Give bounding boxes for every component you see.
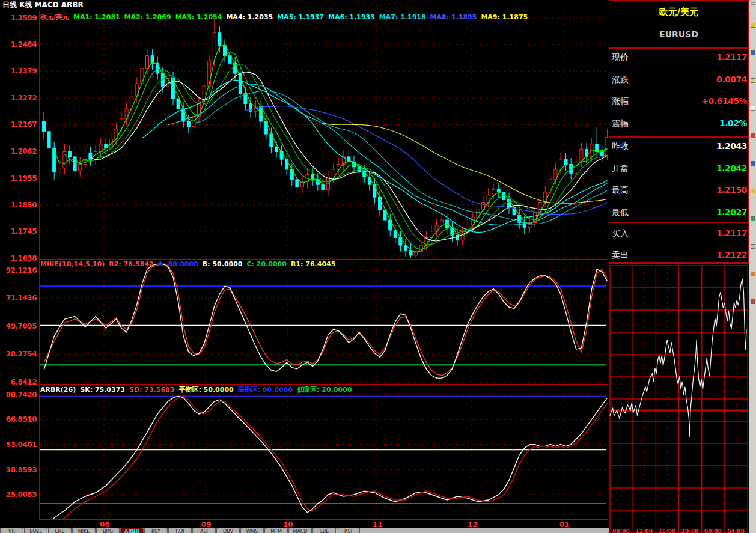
axis-tick: 92.1216	[0, 266, 37, 275]
axis-tick: 1.1638	[0, 254, 37, 263]
axis-tick: 1.2484	[0, 40, 37, 49]
indicator-tab-wms[interactable]: WMS	[240, 528, 264, 533]
toolbar-grip[interactable]	[751, 4, 755, 5]
legend-item: R1: 76.4045	[291, 260, 335, 268]
quote-value: 1.02%	[719, 118, 747, 128]
quote-symbol: EURUSD	[609, 29, 748, 39]
quote-label: 卖出	[612, 250, 629, 261]
candle-legend: 欧元/美元MA1: 1.2081MA2: 1.2069MA3: 1.2054MA…	[40, 13, 532, 22]
time-label: 08:00	[612, 528, 630, 533]
indicator-tab-asi[interactable]: ASI	[192, 528, 216, 533]
indicator-tab-vr[interactable]: VR	[0, 528, 23, 533]
side-toolbar-icon[interactable]	[751, 189, 755, 193]
indicator-tab-mike[interactable]: MIKE	[72, 528, 96, 533]
indicator-tab-sbe[interactable]: SBE	[312, 528, 336, 533]
legend-item: SK: 75.0373	[80, 386, 125, 394]
side-toolbar	[749, 0, 756, 533]
axis-tick: 1.1745	[0, 227, 37, 236]
legend-item: ARBR(26)	[40, 386, 76, 394]
axis-tick: 1.2589	[0, 14, 37, 22]
quote-value: 1.2042	[716, 163, 747, 173]
indicator-tab-rsi[interactable]: RSI	[337, 528, 360, 533]
quote-label: 昨收	[612, 141, 629, 152]
side-toolbar-icon[interactable]	[751, 272, 755, 276]
legend-item: MA8: 1.1895	[430, 13, 477, 21]
legend-item: MIKE(10,14,5,10)	[40, 260, 105, 268]
legend-item: MA1: 1.2081	[73, 13, 120, 21]
axis-tick: 71.1436	[0, 294, 37, 302]
mike-legend: MIKE(10,14,5,10)R2: 76.5842A: 80.0000B: …	[40, 260, 340, 268]
legend-item: 高抛区: 80.0000	[238, 386, 293, 394]
toolbar-grip[interactable]	[751, 2, 755, 3]
side-toolbar-icon[interactable]	[751, 78, 755, 83]
legend-item: C: 20.0000	[247, 260, 287, 268]
axis-tick: 53.0401	[0, 440, 37, 449]
quote-row: 涨跌0.0074	[609, 75, 748, 87]
legend-item: 低吸区: 20.0000	[297, 386, 352, 394]
quote-value: 1.2150	[716, 185, 747, 195]
side-toolbar-icon[interactable]	[751, 50, 755, 55]
indicator-tab-macd[interactable]: MACD	[288, 528, 312, 533]
indicator-tab-boll[interactable]: BOLL	[24, 528, 47, 533]
quote-row: 震幅1.02%	[609, 118, 748, 130]
indicator-tab-ene[interactable]: ENE	[48, 528, 72, 533]
indicator-tab-psy[interactable]: PSY	[144, 528, 168, 533]
legend-item: R2: 76.5842	[109, 260, 153, 268]
side-toolbar-icon[interactable]	[751, 23, 755, 28]
quote-label: 开盘	[612, 163, 629, 174]
quote-value: +0.6145%	[701, 96, 747, 106]
quote-value: 1.2117	[716, 228, 747, 238]
legend-item: MA9: 1.1875	[481, 13, 528, 21]
legend-item: B: 50.0000	[203, 260, 243, 268]
side-toolbar-icon[interactable]	[751, 244, 755, 249]
quote-label: 涨跌	[612, 75, 629, 85]
axis-tick: 66.8910	[0, 415, 37, 424]
quote-label: 现价	[612, 52, 629, 63]
axis-tick: 1.1955	[0, 174, 37, 183]
side-toolbar-icon[interactable]	[751, 161, 755, 166]
quote-row: 最高1.2150	[609, 185, 748, 197]
legend-item: 欧元/美元	[40, 13, 69, 21]
axis-tick: 1.2272	[0, 94, 37, 102]
indicator-tab-arbr[interactable]: ARBR	[120, 528, 144, 533]
axis-tick: 25.0083	[0, 490, 37, 499]
axis-tick: 38.8593	[0, 466, 37, 474]
axis-tick: 28.2754	[0, 350, 37, 358]
quote-value: 1.2117	[716, 52, 747, 62]
side-toolbar-icon[interactable]	[751, 106, 755, 111]
quote-value: 1.2043	[716, 141, 747, 151]
time-label: 04:00	[727, 528, 745, 533]
quote-value: 0.0074	[716, 75, 747, 84]
quote-row: 开盘1.2042	[609, 163, 748, 175]
legend-item: MA4: 1.2035	[226, 13, 273, 21]
quote-row: 卖出1.2122	[609, 250, 748, 262]
quote-label: 买入	[612, 228, 629, 239]
time-label: 00:00	[704, 528, 722, 533]
quote-value: 1.2027	[716, 207, 747, 217]
quote-value: 1.2122	[716, 250, 747, 260]
indicator-tab-roi[interactable]: ROI	[168, 528, 192, 533]
indicator-tab-obv[interactable]: OBV	[216, 528, 240, 533]
axis-tick: 1.2062	[0, 147, 37, 156]
axis-tick: 49.7095	[0, 322, 37, 330]
quote-row: 买入1.2117	[609, 228, 748, 240]
side-toolbar-icon[interactable]	[751, 133, 755, 138]
quote-row: 涨幅+0.6145%	[609, 96, 748, 108]
side-toolbar-icon[interactable]	[751, 216, 755, 221]
time-label: 16:00	[658, 528, 675, 533]
indicator-tab-mtm[interactable]: MTM	[264, 528, 288, 533]
axis-tick: 6.8412	[0, 378, 37, 386]
trading-app-window: 日线 K线 MACD ARBR 1.25891.24841.23791.2272…	[0, 0, 756, 533]
indicator-tab-bar: VRBOLLENEMIKEBRGARBRPSYROIASIOBVWMSMTMMA…	[0, 528, 609, 533]
side-toolbar-icon[interactable]	[751, 299, 755, 304]
legend-item: MA2: 1.2069	[124, 13, 171, 21]
legend-item: MA5: 1.1937	[277, 13, 324, 21]
quote-label: 最低	[612, 207, 629, 218]
time-label: 12:00	[635, 528, 653, 533]
legend-item: MA7: 1.1918	[379, 13, 426, 21]
axis-tick: 1.2167	[0, 120, 37, 129]
intraday-mini-chart[interactable]: 08:0012:0016:0020:0000:0004:00	[609, 263, 749, 533]
axis-tick: 80.7420	[0, 391, 37, 399]
indicator-tab-brg[interactable]: BRG	[96, 528, 120, 533]
axis-tick: 1.1850	[0, 201, 37, 209]
